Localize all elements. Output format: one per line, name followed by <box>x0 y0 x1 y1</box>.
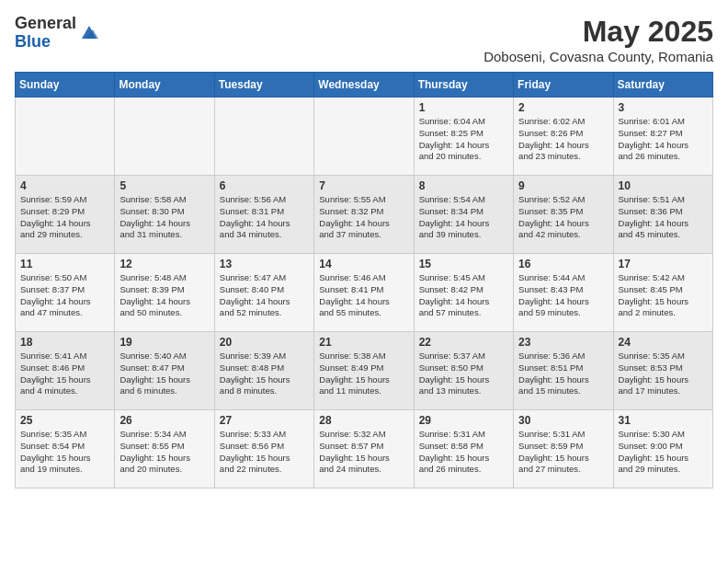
calendar-cell: 3Sunrise: 6:01 AM Sunset: 8:27 PM Daylig… <box>613 98 712 176</box>
day-number: 21 <box>319 336 408 349</box>
day-number: 19 <box>119 336 209 349</box>
day-info: Sunrise: 5:35 AM Sunset: 8:54 PM Dayligh… <box>20 429 109 476</box>
day-number: 18 <box>20 336 109 349</box>
day-info: Sunrise: 5:34 AM Sunset: 8:55 PM Dayligh… <box>119 429 209 476</box>
day-number: 14 <box>319 258 408 270</box>
day-info: Sunrise: 5:32 AM Sunset: 8:57 PM Dayligh… <box>319 429 408 476</box>
day-number: 23 <box>518 336 608 349</box>
day-number: 1 <box>419 101 508 114</box>
day-info: Sunrise: 5:48 AM Sunset: 8:39 PM Dayligh… <box>119 272 209 319</box>
calendar-cell: 10Sunrise: 5:51 AM Sunset: 8:36 PM Dayli… <box>613 176 712 254</box>
day-info: Sunrise: 5:36 AM Sunset: 8:51 PM Dayligh… <box>518 350 608 397</box>
day-info: Sunrise: 5:37 AM Sunset: 8:50 PM Dayligh… <box>419 350 508 397</box>
day-number: 3 <box>619 101 708 114</box>
calendar-cell: 2Sunrise: 6:02 AM Sunset: 8:26 PM Daylig… <box>514 98 613 176</box>
calendar-cell: 8Sunrise: 5:54 AM Sunset: 8:34 PM Daylig… <box>414 176 513 254</box>
logo-icon <box>78 22 100 44</box>
calendar-cell: 6Sunrise: 5:56 AM Sunset: 8:31 PM Daylig… <box>214 176 313 254</box>
day-number: 30 <box>518 414 608 427</box>
calendar-cell: 22Sunrise: 5:37 AM Sunset: 8:50 PM Dayli… <box>414 332 513 410</box>
weekday-header-wednesday: Wednesday <box>314 73 414 98</box>
day-info: Sunrise: 5:52 AM Sunset: 8:35 PM Dayligh… <box>518 194 608 241</box>
day-number: 25 <box>20 414 109 427</box>
calendar-week-1: 1Sunrise: 6:04 AM Sunset: 8:25 PM Daylig… <box>16 98 713 176</box>
calendar-cell: 5Sunrise: 5:58 AM Sunset: 8:30 PM Daylig… <box>115 176 214 254</box>
day-number: 4 <box>20 179 109 192</box>
weekday-header-sunday: Sunday <box>16 73 115 98</box>
calendar-cell <box>214 98 313 176</box>
day-info: Sunrise: 5:39 AM Sunset: 8:48 PM Dayligh… <box>220 350 309 397</box>
day-info: Sunrise: 6:01 AM Sunset: 8:27 PM Dayligh… <box>619 116 708 163</box>
day-number: 10 <box>619 179 708 192</box>
day-number: 17 <box>619 258 708 270</box>
calendar-cell: 24Sunrise: 5:35 AM Sunset: 8:53 PM Dayli… <box>613 332 712 410</box>
day-number: 13 <box>220 258 309 270</box>
logo: General Blue <box>15 15 100 52</box>
calendar-cell: 28Sunrise: 5:32 AM Sunset: 8:57 PM Dayli… <box>314 410 414 488</box>
calendar-cell: 21Sunrise: 5:38 AM Sunset: 8:49 PM Dayli… <box>314 332 414 410</box>
calendar-cell: 11Sunrise: 5:50 AM Sunset: 8:37 PM Dayli… <box>16 254 115 332</box>
calendar-cell: 14Sunrise: 5:46 AM Sunset: 8:41 PM Dayli… <box>314 254 414 332</box>
day-number: 24 <box>619 336 708 349</box>
day-info: Sunrise: 5:38 AM Sunset: 8:49 PM Dayligh… <box>319 350 408 397</box>
calendar-cell: 13Sunrise: 5:47 AM Sunset: 8:40 PM Dayli… <box>214 254 313 332</box>
calendar-cell: 16Sunrise: 5:44 AM Sunset: 8:43 PM Dayli… <box>514 254 613 332</box>
day-info: Sunrise: 5:42 AM Sunset: 8:45 PM Dayligh… <box>619 272 708 319</box>
calendar-cell: 30Sunrise: 5:31 AM Sunset: 8:59 PM Dayli… <box>514 410 613 488</box>
logo-blue-text: Blue <box>15 33 76 52</box>
page-header: General Blue May 2025 Doboseni, Covasna … <box>15 15 713 64</box>
day-info: Sunrise: 5:40 AM Sunset: 8:47 PM Dayligh… <box>119 350 209 397</box>
day-info: Sunrise: 5:54 AM Sunset: 8:34 PM Dayligh… <box>419 194 508 241</box>
calendar-cell: 25Sunrise: 5:35 AM Sunset: 8:54 PM Dayli… <box>16 410 115 488</box>
weekday-header-tuesday: Tuesday <box>214 73 313 98</box>
calendar-cell: 23Sunrise: 5:36 AM Sunset: 8:51 PM Dayli… <box>514 332 613 410</box>
day-number: 9 <box>518 179 608 192</box>
calendar-cell <box>115 98 214 176</box>
day-info: Sunrise: 6:04 AM Sunset: 8:25 PM Dayligh… <box>419 116 508 163</box>
day-info: Sunrise: 5:50 AM Sunset: 8:37 PM Dayligh… <box>20 272 109 319</box>
day-number: 16 <box>518 258 608 270</box>
calendar-cell: 7Sunrise: 5:55 AM Sunset: 8:32 PM Daylig… <box>314 176 414 254</box>
calendar-cell: 9Sunrise: 5:52 AM Sunset: 8:35 PM Daylig… <box>514 176 613 254</box>
month-title: May 2025 <box>483 15 713 49</box>
day-number: 5 <box>119 179 209 192</box>
day-info: Sunrise: 5:51 AM Sunset: 8:36 PM Dayligh… <box>619 194 708 241</box>
day-info: Sunrise: 5:31 AM Sunset: 8:58 PM Dayligh… <box>419 429 508 476</box>
day-info: Sunrise: 5:46 AM Sunset: 8:41 PM Dayligh… <box>319 272 408 319</box>
weekday-header-monday: Monday <box>115 73 214 98</box>
calendar-week-3: 11Sunrise: 5:50 AM Sunset: 8:37 PM Dayli… <box>16 254 713 332</box>
day-info: Sunrise: 5:35 AM Sunset: 8:53 PM Dayligh… <box>619 350 708 397</box>
day-info: Sunrise: 5:58 AM Sunset: 8:30 PM Dayligh… <box>119 194 209 241</box>
day-info: Sunrise: 5:45 AM Sunset: 8:42 PM Dayligh… <box>419 272 508 319</box>
day-number: 11 <box>20 258 109 270</box>
weekday-header-thursday: Thursday <box>414 73 513 98</box>
calendar-week-2: 4Sunrise: 5:59 AM Sunset: 8:29 PM Daylig… <box>16 176 713 254</box>
location-title: Doboseni, Covasna County, Romania <box>483 49 713 64</box>
calendar-cell: 19Sunrise: 5:40 AM Sunset: 8:47 PM Dayli… <box>115 332 214 410</box>
calendar-cell: 17Sunrise: 5:42 AM Sunset: 8:45 PM Dayli… <box>613 254 712 332</box>
logo-general-text: General <box>15 15 76 33</box>
calendar-cell <box>314 98 414 176</box>
day-info: Sunrise: 5:33 AM Sunset: 8:56 PM Dayligh… <box>220 429 309 476</box>
weekday-header-row: SundayMondayTuesdayWednesdayThursdayFrid… <box>16 73 713 98</box>
day-number: 29 <box>419 414 508 427</box>
day-info: Sunrise: 5:44 AM Sunset: 8:43 PM Dayligh… <box>518 272 608 319</box>
day-info: Sunrise: 6:02 AM Sunset: 8:26 PM Dayligh… <box>518 116 608 163</box>
calendar-cell: 20Sunrise: 5:39 AM Sunset: 8:48 PM Dayli… <box>214 332 313 410</box>
day-number: 6 <box>220 179 309 192</box>
calendar-cell: 27Sunrise: 5:33 AM Sunset: 8:56 PM Dayli… <box>214 410 313 488</box>
day-number: 2 <box>518 101 608 114</box>
calendar-cell: 26Sunrise: 5:34 AM Sunset: 8:55 PM Dayli… <box>115 410 214 488</box>
day-number: 12 <box>119 258 209 270</box>
calendar-cell: 12Sunrise: 5:48 AM Sunset: 8:39 PM Dayli… <box>115 254 214 332</box>
weekday-header-friday: Friday <box>514 73 613 98</box>
day-number: 27 <box>220 414 309 427</box>
title-section: May 2025 Doboseni, Covasna County, Roman… <box>483 15 713 64</box>
day-info: Sunrise: 5:31 AM Sunset: 8:59 PM Dayligh… <box>518 429 608 476</box>
day-info: Sunrise: 5:30 AM Sunset: 9:00 PM Dayligh… <box>619 429 708 476</box>
weekday-header-saturday: Saturday <box>613 73 712 98</box>
day-number: 26 <box>119 414 209 427</box>
day-info: Sunrise: 5:56 AM Sunset: 8:31 PM Dayligh… <box>220 194 309 241</box>
calendar-week-4: 18Sunrise: 5:41 AM Sunset: 8:46 PM Dayli… <box>16 332 713 410</box>
calendar-cell: 31Sunrise: 5:30 AM Sunset: 9:00 PM Dayli… <box>613 410 712 488</box>
